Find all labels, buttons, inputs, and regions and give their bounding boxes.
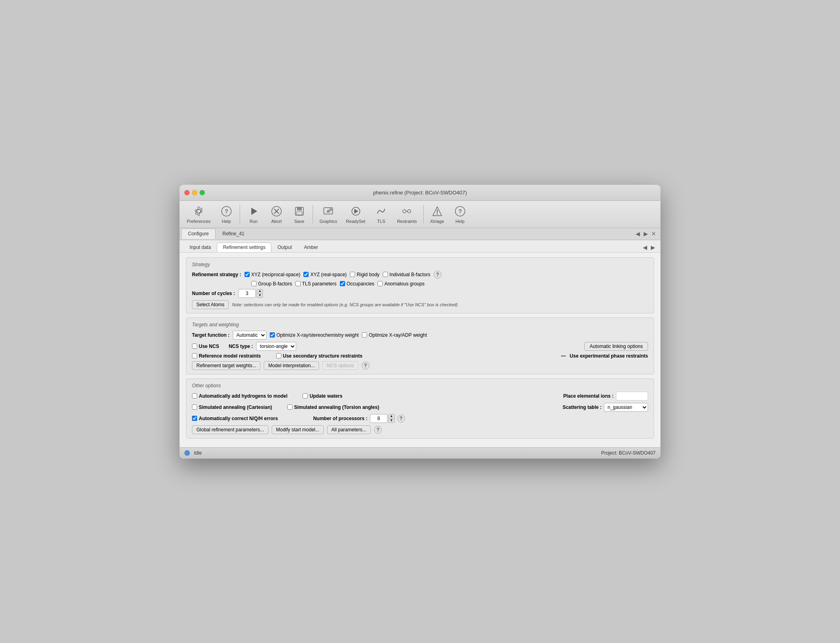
model-interp-button[interactable]: Model interpretation... — [264, 361, 319, 370]
svg-point-14 — [403, 210, 406, 213]
toolbar-abort[interactable]: Abort — [265, 203, 287, 225]
select-atoms-button[interactable]: Select Atoms — [192, 300, 229, 309]
toolbar-run[interactable]: Run — [242, 203, 265, 225]
xyz-reciprocal-input[interactable] — [244, 272, 250, 277]
tab-prev-button[interactable]: ◀ — [634, 230, 641, 237]
select-atoms-note: Note: selections can only be made for en… — [232, 302, 458, 307]
sub-tab-output[interactable]: Output — [271, 243, 298, 252]
tab-nav-right: ◀ ▶ ✕ — [634, 230, 660, 237]
toolbar-xtriage[interactable]: Xtriage — [426, 203, 448, 225]
xyz-reciprocal-checkbox[interactable]: XYZ (reciprocal-space) — [244, 272, 301, 277]
all-params-button[interactable]: All parameters... — [327, 425, 371, 434]
modify-start-button[interactable]: Modify start model... — [272, 425, 324, 434]
individual-b-input[interactable] — [383, 272, 388, 277]
use-sec-struct-input[interactable] — [276, 353, 281, 358]
scattering-table-select[interactable]: n_gaussian wk1995 it1992 neutron — [604, 403, 648, 412]
individual-b-checkbox[interactable]: Individual B-factors — [383, 272, 430, 277]
sim-anneal-cart-input[interactable] — [192, 404, 197, 410]
update-waters-input[interactable] — [303, 393, 308, 398]
occupancies-label: Occupancies — [347, 281, 374, 287]
num-cycles-up[interactable]: ▲ — [256, 289, 263, 293]
toolbar-preferences[interactable]: Preferences — [183, 203, 214, 225]
sub-tab-next-button[interactable]: ▶ — [649, 244, 656, 251]
add-hydrogens-checkbox[interactable]: Automatically add hydrogens to model — [192, 393, 287, 399]
num-cycles-input-wrap: ▲ ▼ — [238, 289, 263, 298]
individual-b-label: Individual B-factors — [390, 272, 430, 277]
maximize-button[interactable] — [200, 190, 205, 195]
num-cycles-down[interactable]: ▼ — [256, 293, 263, 298]
ref-target-weights-button[interactable]: Refinement target weights... — [192, 361, 260, 370]
targets-help-button[interactable]: ? — [361, 362, 370, 370]
update-waters-checkbox[interactable]: Update waters — [303, 393, 342, 399]
ref-model-input[interactable] — [192, 353, 197, 358]
target-function-select[interactable]: Automatic ml mlhl ls twin_lsq_f — [233, 331, 267, 340]
place-elemental-input[interactable] — [616, 392, 648, 400]
close-button[interactable] — [184, 190, 190, 195]
use-ncs-label: Use NCS — [199, 344, 219, 349]
xyz-realspace-checkbox[interactable]: XYZ (real-space) — [303, 272, 347, 277]
add-hydrogens-input[interactable] — [192, 393, 197, 398]
sub-tab-amber[interactable]: Amber — [298, 243, 324, 252]
processors-help-button[interactable]: ? — [397, 415, 405, 423]
toolbar-graphics[interactable]: Graphics — [315, 203, 341, 225]
toolbar: Preferences ? Help Run — [180, 201, 660, 228]
optimize-xray-stereo-input[interactable] — [270, 332, 275, 338]
optimize-xray-adp-checkbox[interactable]: Optimize X-ray/ADP weight — [362, 332, 427, 338]
auto-correct-nqh-input[interactable] — [192, 416, 197, 421]
rigid-body-checkbox[interactable]: Rigid body — [350, 272, 380, 277]
use-sec-struct-checkbox[interactable]: Use secondary structure restraints — [276, 353, 363, 359]
sub-tab-input-data[interactable]: Input data — [184, 243, 217, 252]
minimize-button[interactable] — [192, 190, 197, 195]
target-function-row: Target function : Automatic ml mlhl ls t… — [192, 331, 648, 340]
sim-anneal-torsion-input[interactable] — [287, 404, 293, 410]
toolbar-help[interactable]: ? Help — [215, 203, 237, 225]
global-ref-params-button[interactable]: Global refinement parameters... — [192, 425, 269, 434]
sub-tab-refinement-settings[interactable]: Refinement settings — [217, 243, 271, 252]
rigid-body-input[interactable] — [350, 272, 355, 277]
toolbar-help2[interactable]: ? Help — [449, 203, 471, 225]
sim-anneal-cart-checkbox[interactable]: Simulated annealing (Cartesian) — [192, 404, 272, 410]
tls-params-input[interactable] — [295, 281, 301, 286]
group-b-label: Group B-factors — [258, 281, 292, 287]
all-params-help-button[interactable]: ? — [374, 426, 382, 434]
toolbar-tls[interactable]: TLS — [370, 203, 392, 225]
occupancies-checkbox[interactable]: Occupancies — [340, 281, 374, 287]
xyz-realspace-input[interactable] — [303, 272, 309, 277]
ref-model-checkbox[interactable]: Reference model restraints — [192, 353, 261, 359]
num-processors-input[interactable] — [370, 414, 388, 423]
anomalous-input[interactable] — [378, 281, 383, 286]
num-cycles-input[interactable] — [238, 289, 256, 298]
tab-close-button[interactable]: ✕ — [650, 230, 657, 237]
ncs-type-select[interactable]: torsion-angle cartesian — [256, 342, 296, 351]
group-b-input[interactable] — [251, 281, 256, 286]
strategy-help-button[interactable]: ? — [434, 271, 442, 279]
use-ncs-input[interactable] — [192, 344, 197, 349]
num-processors-up[interactable]: ▲ — [388, 414, 395, 419]
tab-next-button[interactable]: ▶ — [642, 230, 649, 237]
occupancies-input[interactable] — [340, 281, 345, 286]
status-dot — [184, 450, 190, 456]
run-label: Run — [250, 219, 258, 224]
optimize-xray-adp-input[interactable] — [362, 332, 367, 338]
toolbar-restraints[interactable]: Restraints — [393, 203, 421, 225]
use-ncs-checkbox[interactable]: Use NCS — [192, 344, 219, 349]
auto-linking-button[interactable]: Automatic linking options — [584, 342, 648, 351]
tab-refine41[interactable]: Refine_41 — [216, 228, 251, 239]
sub-tab-prev-button[interactable]: ◀ — [641, 244, 648, 251]
toolbar-readyset[interactable]: ReadySet — [342, 203, 369, 225]
svg-marker-13 — [354, 209, 358, 214]
num-processors-down[interactable]: ▼ — [388, 419, 395, 423]
num-cycles-row: Number of cycles : ▲ ▼ — [192, 289, 648, 298]
anomalous-checkbox[interactable]: Anomalous groups — [378, 281, 424, 287]
group-b-checkbox[interactable]: Group B-factors — [251, 281, 292, 287]
tls-params-checkbox[interactable]: TLS parameters — [295, 281, 337, 287]
sim-anneal-torsion-checkbox[interactable]: Simulated annealing (Torsion angles) — [287, 404, 379, 410]
ncs-row: Use NCS NCS type : torsion-angle cartesi… — [192, 342, 648, 351]
ncs-options-button[interactable]: NCS options — [322, 361, 358, 370]
toolbar-save[interactable]: Save — [288, 203, 310, 225]
use-sec-struct-label: Use secondary structure restraints — [283, 353, 363, 359]
tab-configure[interactable]: Configure — [181, 228, 216, 239]
auto-correct-nqh-checkbox[interactable]: Automatically correct N/Q/H errors — [192, 416, 278, 421]
update-waters-label: Update waters — [309, 393, 342, 399]
optimize-xray-stereo-checkbox[interactable]: Optimize X-ray/stereochemistry weight — [270, 332, 359, 338]
